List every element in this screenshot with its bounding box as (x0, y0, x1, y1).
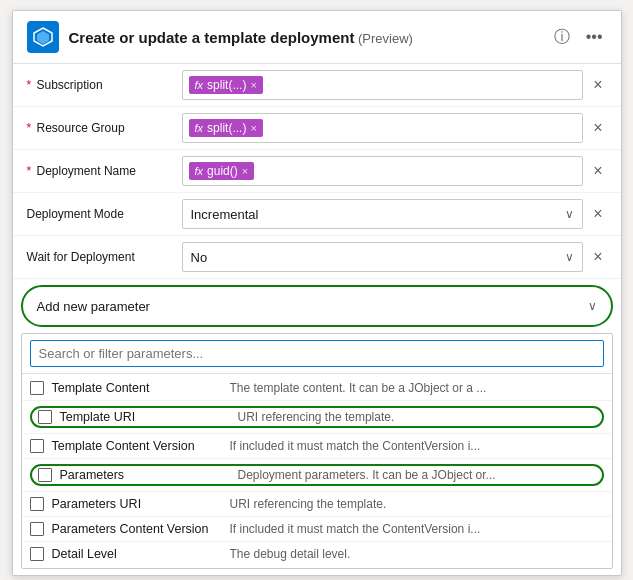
wait-deployment-value: No (191, 250, 208, 265)
subscription-clear-button[interactable]: × (589, 76, 606, 94)
param-checkbox-2[interactable] (30, 439, 44, 453)
info-icon: ⓘ (554, 27, 570, 48)
subscription-control-wrapper: fx split(...) × × (182, 70, 607, 100)
param-item: Template URI URI referencing the templat… (22, 401, 612, 434)
param-name-2: Template Content Version (52, 439, 222, 453)
wait-deployment-clear-button[interactable]: × (589, 248, 606, 266)
wait-deployment-label: Wait for Deployment (27, 250, 182, 264)
resource-group-row: * Resource Group fx split(...) × × (13, 107, 621, 150)
param-checkbox-3[interactable] (38, 468, 52, 482)
panel-header: Create or update a template deployment (… (13, 11, 621, 64)
param-item: Detail Level The debug detail level. (22, 542, 612, 566)
param-checkbox-1[interactable] (38, 410, 52, 424)
add-param-chevron-icon: ∨ (588, 299, 597, 313)
deployment-mode-select[interactable]: Incremental ∨ (182, 199, 584, 229)
chevron-down-icon-wd: ∨ (565, 250, 574, 264)
param-name-6: Detail Level (52, 547, 222, 561)
chevron-down-icon: ∨ (565, 207, 574, 221)
deployment-name-label: * Deployment Name (27, 164, 182, 178)
wait-deployment-row: Wait for Deployment No ∨ × (13, 236, 621, 279)
deployment-mode-control-wrapper: Incremental ∨ × (182, 199, 607, 229)
add-param-label: Add new parameter (37, 299, 150, 314)
param-checkbox-0[interactable] (30, 381, 44, 395)
required-star-rg: * (27, 121, 32, 135)
subscription-label: * Subscription (27, 78, 182, 92)
deployment-name-row: * Deployment Name fx guid() × × (13, 150, 621, 193)
resource-group-label: * Resource Group (27, 121, 182, 135)
parameter-dropdown: Template Content The template content. I… (21, 333, 613, 569)
chip-close[interactable]: × (250, 79, 256, 91)
fx-icon-rg: fx (195, 122, 204, 134)
panel-body: * Subscription fx split(...) × × * Resou… (13, 64, 621, 569)
param-item: Parameters Content Version If included i… (22, 517, 612, 542)
param-checkbox-4[interactable] (30, 497, 44, 511)
ellipsis-icon: ••• (586, 28, 603, 46)
wait-deployment-select[interactable]: No ∨ (182, 242, 584, 272)
resource-group-clear-button[interactable]: × (589, 119, 606, 137)
search-input[interactable] (30, 340, 604, 367)
param-checkbox-5[interactable] (30, 522, 44, 536)
resource-group-control-wrapper: fx split(...) × × (182, 113, 607, 143)
more-options-button[interactable]: ••• (582, 26, 607, 48)
subscription-input[interactable]: fx split(...) × (182, 70, 584, 100)
subscription-chip[interactable]: fx split(...) × (189, 76, 263, 94)
fx-icon-dn: fx (195, 165, 204, 177)
deployment-mode-row: Deployment Mode Incremental ∨ × (13, 193, 621, 236)
info-button[interactable]: ⓘ (550, 25, 574, 50)
param-name-0: Template Content (52, 381, 222, 395)
add-param-outer: Add new parameter ∨ (21, 285, 613, 327)
subscription-row: * Subscription fx split(...) × × (13, 64, 621, 107)
param-desc-1: URI referencing the template. (238, 410, 596, 424)
search-row (22, 334, 612, 374)
param-name-4: Parameters URI (52, 497, 222, 511)
param-checkbox-6[interactable] (30, 547, 44, 561)
deployment-mode-value: Incremental (191, 207, 259, 222)
param-name-5: Parameters Content Version (52, 522, 222, 536)
main-panel: Create or update a template deployment (… (12, 10, 622, 576)
resource-group-input[interactable]: fx split(...) × (182, 113, 584, 143)
deployment-name-control-wrapper: fx guid() × × (182, 156, 607, 186)
deployment-mode-clear-button[interactable]: × (589, 205, 606, 223)
deployment-name-chip[interactable]: fx guid() × (189, 162, 255, 180)
fx-icon: fx (195, 79, 204, 91)
chip-value-rg: split(...) (207, 121, 246, 135)
panel-title: Create or update a template deployment (69, 29, 355, 46)
header-actions: ⓘ ••• (550, 25, 607, 50)
chip-close-rg[interactable]: × (250, 122, 256, 134)
param-desc-0: The template content. It can be a JObjec… (230, 381, 604, 395)
deployment-name-input[interactable]: fx guid() × (182, 156, 584, 186)
chip-value: split(...) (207, 78, 246, 92)
param-name-1: Template URI (60, 410, 230, 424)
parameter-list: Template Content The template content. I… (22, 374, 612, 568)
param-name-3: Parameters (60, 468, 230, 482)
param-desc-6: The debug detail level. (230, 547, 604, 561)
deployment-name-clear-button[interactable]: × (589, 162, 606, 180)
param-desc-2: If included it must match the ContentVer… (230, 439, 604, 453)
required-star: * (27, 78, 32, 92)
param-desc-5: If included it must match the ContentVer… (230, 522, 604, 536)
add-param-button[interactable]: Add new parameter ∨ (25, 289, 609, 323)
chip-value-dn: guid() (207, 164, 238, 178)
chip-close-dn[interactable]: × (242, 165, 248, 177)
param-desc-4: URI referencing the template. (230, 497, 604, 511)
resource-group-chip[interactable]: fx split(...) × (189, 119, 263, 137)
required-star-dn: * (27, 164, 32, 178)
wait-deployment-control-wrapper: No ∨ × (182, 242, 607, 272)
param-item: Template Content The template content. I… (22, 376, 612, 401)
panel-icon (27, 21, 59, 53)
param-desc-3: Deployment parameters. It can be a JObje… (238, 468, 596, 482)
deployment-mode-label: Deployment Mode (27, 207, 182, 221)
param-item: Parameters Deployment parameters. It can… (22, 459, 612, 492)
param-item: Template Content Version If included it … (22, 434, 612, 459)
panel-preview: (Preview) (358, 31, 413, 46)
param-item: Parameters URI URI referencing the templ… (22, 492, 612, 517)
